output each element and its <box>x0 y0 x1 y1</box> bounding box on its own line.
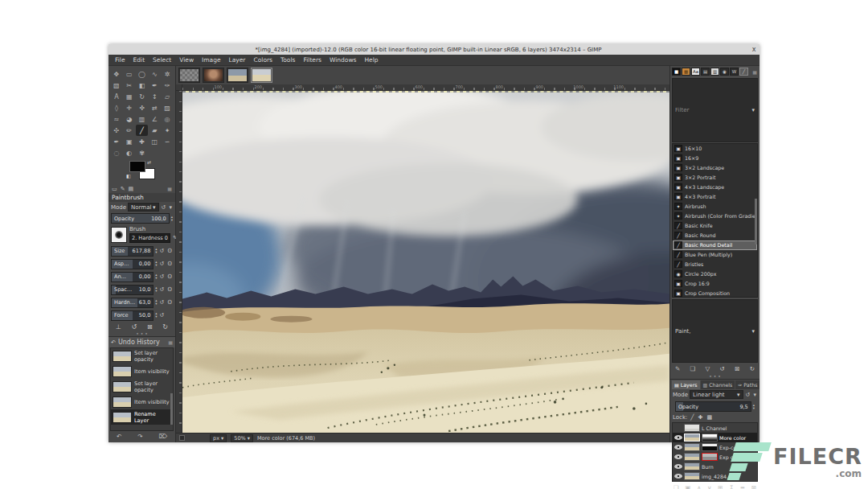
menu-item[interactable]: Edit <box>129 55 149 64</box>
reset-layer-mode-icon[interactable]: ↺ <box>745 392 751 398</box>
tool-button[interactable]: ≈ <box>110 113 123 125</box>
lock-position-icon[interactable]: ✚ <box>698 414 703 421</box>
undo-history-item[interactable]: Rename Layer <box>111 409 173 425</box>
dock-tab[interactable]: ╱ <box>739 68 748 76</box>
eye-icon[interactable] <box>674 435 682 440</box>
tool-preset-item[interactable]: ▣ Crop Composition <box>673 289 757 298</box>
menu-item[interactable]: Windows <box>326 55 360 64</box>
reset-mode-icon[interactable]: ↺ <box>161 204 167 211</box>
dynamics-toggle-icon[interactable]: ʘ <box>166 286 173 293</box>
dynamics-toggle-icon[interactable]: ʘ <box>166 273 173 280</box>
lock-alpha-icon[interactable]: ▩ <box>706 414 712 421</box>
tool-button[interactable]: ✾ <box>136 147 149 158</box>
tool-preset-item[interactable]: ▣ 16×10 <box>673 144 757 154</box>
tool-button[interactable]: ↕ <box>148 91 161 102</box>
tool-button[interactable]: ▦ <box>123 91 136 102</box>
undo-history-button[interactable]: ↶ <box>117 433 121 441</box>
preset-filter-dropdown[interactable]: Filter ▾ <box>672 78 758 142</box>
tool-button[interactable]: ✑ <box>161 80 174 91</box>
dynamics-toggle-icon[interactable]: ʘ <box>166 248 173 254</box>
layers-tab[interactable]: ▤ Layers <box>672 380 700 389</box>
eye-icon[interactable] <box>674 464 682 469</box>
tool-preset-item[interactable]: ╱ Blue Pen (Multiply) <box>673 250 757 260</box>
layers-tab[interactable]: ✑ Paths <box>735 380 760 389</box>
quick-mask-toggle[interactable] <box>179 435 185 441</box>
tool-button[interactable]: ◐ <box>123 147 136 158</box>
layer-thumbnail[interactable] <box>684 472 700 480</box>
tool-button[interactable]: ✚ <box>136 136 149 147</box>
image-tab[interactable] <box>178 68 200 83</box>
toolbox-menu-icon[interactable]: ▦ <box>167 186 172 191</box>
tool-button[interactable]: A <box>110 91 123 102</box>
tool-slider[interactable]: Hardn… 63,0 <box>111 298 154 308</box>
dock-tab[interactable]: ▩ <box>682 68 690 76</box>
paint-mode-dropdown[interactable]: Normal ▾ <box>128 203 159 212</box>
preset-button[interactable]: ↻ <box>750 365 755 373</box>
brush-name[interactable]: 2. Hardness 0 <box>129 233 170 243</box>
preset-button[interactable]: ❏ <box>690 365 696 373</box>
tool-preset-item[interactable]: ✦ Airbrush <box>673 202 757 212</box>
image-tab[interactable] <box>251 68 272 83</box>
menu-item[interactable]: Tools <box>276 55 299 64</box>
preset-button[interactable]: ↺ <box>720 365 725 373</box>
layer-button[interactable]: ∨ <box>707 484 712 489</box>
tool-options-button[interactable]: ⊥ <box>115 323 122 331</box>
tool-button[interactable]: ▭ <box>123 68 136 80</box>
tool-button[interactable]: ◫ <box>148 136 161 147</box>
tool-button[interactable]: ▱ <box>161 91 174 102</box>
tool-button[interactable]: ✦ <box>161 125 174 136</box>
undo-history-item[interactable]: Item visibility <box>111 364 173 379</box>
tool-button[interactable]: ✣ <box>110 125 123 136</box>
tool-slider[interactable]: Asp… 0,00 <box>111 259 154 269</box>
tool-button[interactable]: ▥ <box>136 113 149 125</box>
tool-button[interactable]: ▧ <box>110 80 123 91</box>
dock-menu-icon[interactable]: ▦ <box>752 69 757 75</box>
canvas-viewport[interactable] <box>182 91 669 433</box>
slider-reset-icon[interactable]: ↺ <box>159 299 166 306</box>
tool-button[interactable]: ╱ <box>136 125 149 136</box>
menu-item[interactable]: Colors <box>249 55 276 64</box>
image-tab[interactable] <box>227 68 248 83</box>
slider-spinner[interactable]: ▴▾ <box>155 248 157 254</box>
gradient-indicator-icon[interactable]: ▤ <box>129 186 134 192</box>
undo-history-tab[interactable]: ↶ Undo History ▦ <box>108 337 175 347</box>
tool-button[interactable]: ◎ <box>161 113 174 125</box>
tool-preset-item[interactable]: ╱ Basic Round Detail <box>673 240 757 250</box>
tool-slider[interactable]: Size 617,88 <box>111 246 154 257</box>
tool-button[interactable]: ◧ <box>136 80 149 91</box>
undo-history-button[interactable]: ⌦ <box>158 433 167 441</box>
slider-spinner[interactable]: ▴▾ <box>155 273 157 280</box>
tool-button[interactable]: ✂ <box>123 80 136 91</box>
tool-preset-item[interactable]: ╱ Bristles <box>673 260 757 269</box>
layer-thumbnail[interactable] <box>684 462 700 471</box>
layer-mask-thumbnail[interactable] <box>702 443 718 451</box>
dock-tab[interactable]: ▤ <box>701 68 710 76</box>
layer-button[interactable]: ❏ <box>674 484 679 489</box>
vertical-ruler[interactable] <box>176 91 182 433</box>
eye-icon[interactable] <box>674 474 682 479</box>
tool-button[interactable]: ✜ <box>136 102 149 113</box>
tool-slider[interactable]: Spac… 10,0 <box>111 285 154 295</box>
slider-spinner[interactable]: ▴▾ <box>155 261 157 267</box>
menu-item[interactable]: Help <box>360 55 382 64</box>
undo-scrollbar[interactable] <box>170 393 173 425</box>
ruler-corner[interactable] <box>176 84 182 91</box>
undo-history-item[interactable]: Set layer opacity <box>111 379 173 394</box>
title-bar[interactable]: *[img_4284] (imported)-12.0 (RGB color 1… <box>108 44 760 55</box>
tool-preset-item[interactable]: ▣ 4×3 Portrait <box>673 192 757 202</box>
preset-category-dropdown[interactable]: Paint, ▾ <box>672 299 758 364</box>
swap-colors-icon[interactable]: ⇄ <box>147 159 151 165</box>
dock-tab[interactable]: ◉ <box>720 68 729 76</box>
tool-button[interactable]: ∽ <box>161 136 174 147</box>
dock-tab[interactable]: ▥ <box>710 68 719 76</box>
preset-button[interactable]: ⊠ <box>735 365 739 373</box>
layer-mode-dropdown[interactable]: Linear light ▾ <box>690 390 743 399</box>
preset-button[interactable]: ▽ <box>706 365 710 373</box>
slider-spinner[interactable]: ▴▾ <box>155 286 157 293</box>
tool-preset-item[interactable]: ✦ Airbrush (Color From Gradient) <box>673 212 757 221</box>
preset-scrollbar[interactable] <box>755 199 757 244</box>
opacity-spinner[interactable]: ▴▾ <box>171 216 173 222</box>
menu-item[interactable]: Filters <box>299 55 325 64</box>
layer-thumbnail[interactable] <box>684 453 700 461</box>
undo-panel-menu-icon[interactable]: ▦ <box>168 339 173 345</box>
